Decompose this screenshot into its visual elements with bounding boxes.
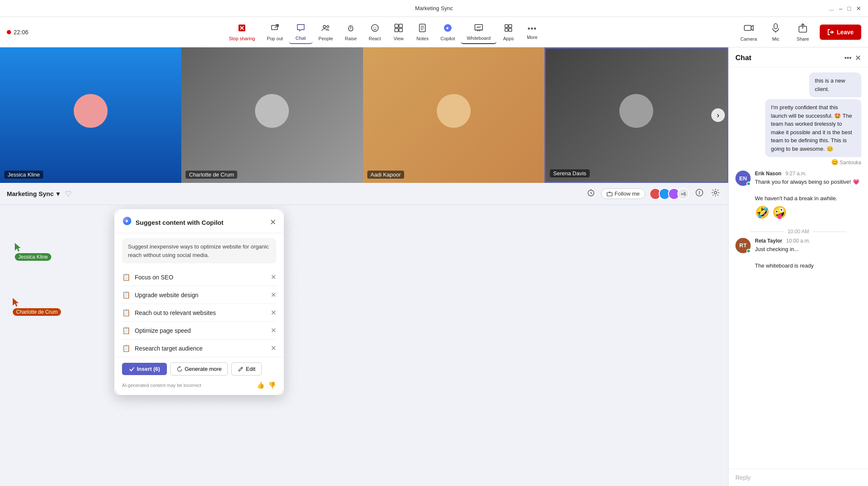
leave-button[interactable]: Leave xyxy=(820,25,861,40)
erik-avatar: EN xyxy=(735,171,751,186)
meeting-name[interactable]: Marketing Sync ▾ xyxy=(7,190,60,198)
svg-text:✦: ✦ xyxy=(125,218,129,224)
jessica-cursor-label: Jessica Kline xyxy=(15,253,51,261)
chat-reply-area[interactable]: Reply xyxy=(729,469,868,486)
copilot-popup: ✦ Suggest content with Copilot ✕ Suggest… xyxy=(114,209,284,395)
follow-me-button[interactable]: Follow me xyxy=(601,188,645,199)
message-bubble-1: this is a new client. xyxy=(809,72,861,97)
copilot-item-3[interactable]: 📋 Reach out to relevant websites ✕ xyxy=(122,304,276,322)
jessica-kline-name: Jessica Kline xyxy=(4,171,43,179)
svg-rect-11 xyxy=(399,24,402,28)
svg-point-8 xyxy=(373,27,374,28)
insert-button[interactable]: Insert (6) xyxy=(122,363,167,375)
video-card-charlotte[interactable]: Charlotte de Crum xyxy=(181,47,363,183)
meeting-bar-right: Follow me +6 xyxy=(585,187,721,201)
recording-dot xyxy=(7,30,11,34)
video-card-aadi[interactable]: Aadi Kapoor xyxy=(363,47,544,183)
svg-rect-24 xyxy=(505,25,508,28)
camera-label: Camera xyxy=(740,36,757,41)
time-divider: 10:00 AM xyxy=(735,229,861,235)
toolbar-whiteboard[interactable]: Whiteboard xyxy=(461,20,496,44)
svg-line-4 xyxy=(275,25,278,28)
toolbar-mic[interactable]: Mic xyxy=(765,23,786,41)
heart-icon[interactable]: ♡ xyxy=(65,189,72,199)
pop-out-icon xyxy=(270,23,280,35)
window-controls[interactable]: ... – □ ✕ xyxy=(829,5,861,12)
timer-value: 22:06 xyxy=(14,29,28,36)
title-bar: Marketing Sync ... – □ ✕ xyxy=(0,0,868,17)
svg-point-37 xyxy=(714,191,717,194)
generate-more-button[interactable]: Generate more xyxy=(170,362,228,376)
whiteboard-icon xyxy=(474,23,483,34)
item5-remove-button[interactable]: ✕ xyxy=(271,344,276,352)
more-label: More xyxy=(527,35,538,40)
toolbar-apps[interactable]: Apps xyxy=(496,21,520,44)
video-card-jessica[interactable]: Jessica Kline xyxy=(0,47,181,183)
toolbar-chat[interactable]: Chat xyxy=(289,20,313,44)
copilot-item-1[interactable]: 📋 Focus on SEO ✕ xyxy=(122,268,276,286)
video-card-serena[interactable]: Serena Davis xyxy=(544,47,728,183)
video-nav-next[interactable]: › xyxy=(711,108,725,122)
item2-remove-button[interactable]: ✕ xyxy=(271,291,276,299)
minimize-icon[interactable]: – xyxy=(839,5,843,12)
maximize-icon[interactable]: □ xyxy=(848,5,851,12)
item4-remove-button[interactable]: ✕ xyxy=(271,326,276,334)
stop-sharing-label: Stop sharing xyxy=(229,36,255,41)
close-icon[interactable]: ✕ xyxy=(856,5,861,12)
toolbar-stop-sharing[interactable]: Stop sharing xyxy=(223,21,261,44)
jessica-cursor: Jessica Kline xyxy=(15,243,51,261)
item5-icon: 📋 xyxy=(122,344,130,352)
reta-message-content: Reta Taylor 10:00 a.m. Just checking in.… xyxy=(755,238,861,270)
share-to-stage-button[interactable] xyxy=(693,187,705,201)
copilot-close-button[interactable]: ✕ xyxy=(270,218,276,227)
toolbar-raise[interactable]: Raise xyxy=(339,21,363,44)
whiteboard-area[interactable]: Jessica Kline Charlotte de Crum Aadi Kap… xyxy=(0,205,728,486)
raise-label: Raise xyxy=(345,36,357,41)
item3-remove-button[interactable]: ✕ xyxy=(271,309,276,317)
settings-button[interactable] xyxy=(710,187,721,201)
people-label: People xyxy=(319,36,333,41)
avatar-more[interactable]: +6 xyxy=(677,188,689,200)
toolbar-people[interactable]: People xyxy=(313,21,339,44)
chat-more-icon[interactable]: ••• xyxy=(844,54,851,62)
item1-remove-button[interactable]: ✕ xyxy=(271,273,276,281)
edit-button[interactable]: Edit xyxy=(231,362,261,376)
svg-rect-27 xyxy=(509,28,512,31)
toolbar-copilot[interactable]: ✦ Copilot xyxy=(435,21,461,44)
copilot-footer: Insert (6) Generate more Edit xyxy=(115,357,283,379)
toolbar-share[interactable]: Share xyxy=(793,23,813,41)
toolbar-view[interactable]: View xyxy=(387,21,410,44)
thumbs-up-icon[interactable]: 👍 xyxy=(257,381,265,389)
copilot-item-2[interactable]: 📋 Upgrade website design ✕ xyxy=(122,286,276,304)
copilot-logo: ✦ xyxy=(122,216,132,229)
main-layout: Jessica Kline Charlotte de Crum Aadi Kap… xyxy=(0,47,868,486)
toolbar-notes[interactable]: Notes xyxy=(410,21,435,44)
follow-me-label: Follow me xyxy=(615,191,640,197)
view-label: View xyxy=(394,36,404,41)
chat-close-icon[interactable]: ✕ xyxy=(855,53,861,63)
toolbar-left: 22:06 xyxy=(7,29,28,36)
copilot-icon: ✦ xyxy=(443,23,452,35)
item3-text: Reach out to relevant websites xyxy=(135,309,266,316)
toolbar-more[interactable]: ••• More xyxy=(520,22,544,42)
toolbar-react[interactable]: React xyxy=(363,21,387,44)
reta-meta: Reta Taylor 10:00 a.m. xyxy=(755,238,861,244)
reply-placeholder[interactable]: Reply xyxy=(735,474,861,481)
more-options-icon[interactable]: ... xyxy=(829,5,834,12)
reta-time: 10:00 a.m. xyxy=(786,238,810,244)
copilot-item-4[interactable]: 📋 Optimize page speed ✕ xyxy=(122,322,276,340)
serena-name: Serena Davis xyxy=(550,169,590,177)
chat-header-icons: ••• ✕ xyxy=(844,53,861,63)
thumbs-down-icon[interactable]: 👎 xyxy=(268,381,276,389)
svg-rect-10 xyxy=(395,24,398,28)
share-icon xyxy=(798,23,807,35)
charlotte-name: Charlotte de Crum xyxy=(186,171,237,179)
toolbar-pop-out[interactable]: Pop out xyxy=(261,21,289,44)
emoji-laughing: 🤣 xyxy=(755,205,770,219)
chat-message-1: this is a new client. xyxy=(735,72,861,97)
copilot-item-5[interactable]: 📋 Research target audience ✕ xyxy=(122,340,276,357)
reta-name: Reta Taylor xyxy=(755,238,782,244)
svg-rect-25 xyxy=(509,25,512,28)
timer-icon-button[interactable] xyxy=(585,187,597,201)
toolbar-camera[interactable]: Camera xyxy=(738,23,759,41)
